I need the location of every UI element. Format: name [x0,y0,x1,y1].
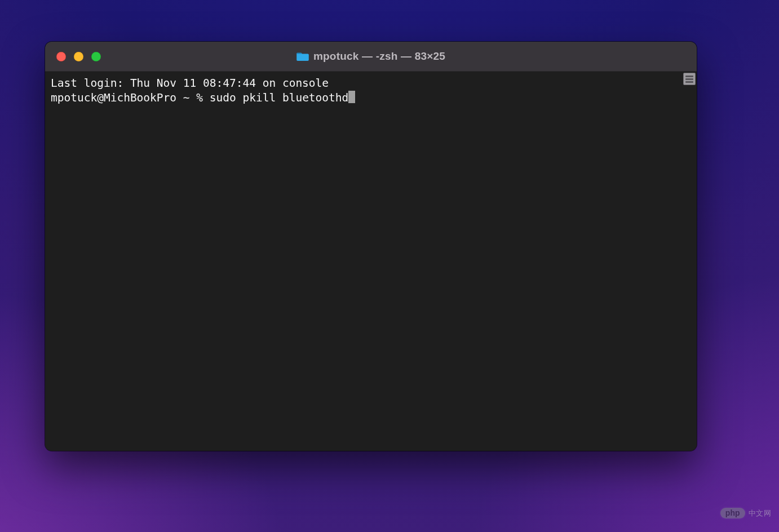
scroll-handle-icon[interactable] [683,73,696,85]
shell-prompt: mpotuck@MichBookPro ~ % [51,91,210,104]
desktop-wallpaper: mpotuck — -zsh — 83×25 Last login: Thu N… [0,0,779,532]
watermark-pill: php [720,508,745,518]
terminal-body[interactable]: Last login: Thu Nov 11 08:47:44 on conso… [45,72,697,451]
last-login-line: Last login: Thu Nov 11 08:47:44 on conso… [51,77,329,90]
close-button[interactable] [56,52,66,61]
zoom-button[interactable] [91,52,101,61]
terminal-window: mpotuck — -zsh — 83×25 Last login: Thu N… [45,42,697,451]
typed-command: sudo pkill bluetoothd [210,91,349,104]
window-title-wrap: mpotuck — -zsh — 83×25 [45,50,697,63]
window-title: mpotuck — -zsh — 83×25 [313,50,445,63]
traffic-lights [56,52,101,61]
window-titlebar[interactable]: mpotuck — -zsh — 83×25 [45,42,697,72]
minimize-button[interactable] [74,52,83,61]
text-cursor [348,91,355,103]
folder-icon [296,51,309,61]
watermark-text: 中文网 [749,508,772,518]
watermark: php 中文网 [720,508,771,518]
terminal-output: Last login: Thu Nov 11 08:47:44 on conso… [51,76,694,105]
